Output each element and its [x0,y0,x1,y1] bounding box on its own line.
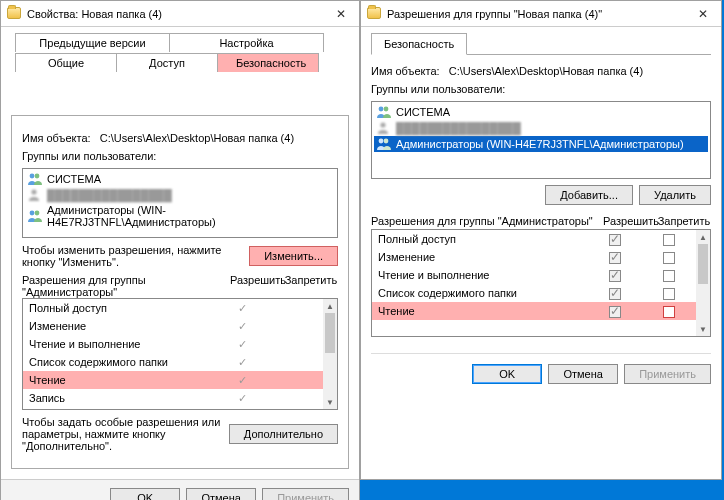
permissions-for-label: Разрешения для группы "Администраторы" [22,274,230,298]
scrollbar[interactable]: ▲ ▼ [696,230,710,336]
scrollbar[interactable]: ▲ ▼ [323,299,337,409]
deny-column-header: Запретить [284,274,338,298]
perm-row: Полный доступ✓ [23,299,323,317]
allow-checkbox[interactable] [609,252,621,264]
svg-point-4 [35,211,40,216]
tab-sharing[interactable]: Доступ [116,53,218,72]
cancel-button[interactable]: Отмена [548,364,618,384]
users-icon [27,172,43,186]
svg-point-6 [384,107,389,112]
perm-row: Чтение и выполнение [372,266,696,284]
perm-row-read: Чтение [372,302,696,320]
permissions-window: Разрешения для группы "Новая папка (4)" … [360,0,722,480]
object-path: C:\Users\Alex\Desktop\Новая папка (4) [100,132,294,144]
user-icon [27,188,43,202]
scroll-thumb[interactable] [325,313,335,353]
scroll-thumb[interactable] [698,244,708,284]
close-icon[interactable]: ✕ [323,1,359,27]
list-item-label: СИСТЕМА [47,173,101,185]
window-title: Свойства: Новая папка (4) [27,8,323,20]
cancel-button[interactable]: Отмена [186,488,256,500]
titlebar[interactable]: Разрешения для группы "Новая папка (4)" … [361,1,721,27]
deny-checkbox[interactable] [663,288,675,300]
svg-point-0 [30,174,35,179]
list-item[interactable]: ████████████████ [374,120,708,136]
tabs: Безопасность [371,33,711,55]
svg-point-1 [35,174,40,179]
remove-button[interactable]: Удалить [639,185,711,205]
list-item-label: ████████████████ [47,189,172,201]
object-name-label: Имя объекта: [22,132,91,144]
deny-checkbox[interactable] [663,306,675,318]
list-item[interactable]: ████████████████ [25,187,335,203]
close-icon[interactable]: ✕ [685,1,721,27]
scroll-up-icon[interactable]: ▲ [696,230,710,244]
users-icon [27,209,43,223]
object-name-label: Имя объекта: [371,65,440,77]
advanced-hint: Чтобы задать особые разрешения или парам… [22,416,221,452]
properties-window: Свойства: Новая папка (4) ✕ Предыдущие в… [0,0,360,500]
svg-point-3 [30,211,35,216]
advanced-button[interactable]: Дополнительно [229,424,338,444]
perm-row: Запись✓ [23,389,323,407]
tab-general[interactable]: Общие [15,53,117,72]
scroll-down-icon[interactable]: ▼ [696,322,710,336]
allow-column-header: Разрешить [230,274,284,298]
perm-row: Список содержимого папки [372,284,696,302]
list-item[interactable]: СИСТЕМА [374,104,708,120]
list-item-selected[interactable]: Администраторы (WIN-H4E7RJ3TNFL\Админист… [374,136,708,152]
allow-checkbox[interactable] [609,234,621,246]
groups-label: Группы или пользователи: [22,150,338,162]
svg-point-7 [380,122,385,127]
titlebar[interactable]: Свойства: Новая папка (4) ✕ [1,1,359,27]
tab-customize[interactable]: Настройка [169,33,324,52]
ok-button[interactable]: OK [110,488,180,500]
svg-point-9 [384,139,389,144]
scroll-up-icon[interactable]: ▲ [323,299,337,313]
list-item-label: СИСТЕМА [396,106,450,118]
folder-icon [7,7,21,21]
groups-listbox[interactable]: СИСТЕМА ████████████████ Администраторы … [22,168,338,238]
perm-row: Изменение✓ [23,317,323,335]
dialog-footer: OK Отмена Применить [1,479,359,500]
object-path: C:\Users\Alex\Desktop\Новая папка (4) [449,65,643,77]
tab-previous-versions[interactable]: Предыдущие версии [15,33,170,52]
perm-row: Список содержимого папки✓ [23,353,323,371]
groups-listbox[interactable]: СИСТЕМА ████████████████ Администраторы … [371,101,711,179]
deny-checkbox[interactable] [663,234,675,246]
permissions-list: Полный доступ✓ Изменение✓ Чтение и выпол… [22,298,338,410]
svg-point-2 [31,189,36,194]
deny-column-header: Запретить [657,215,711,227]
tab-security[interactable]: Безопасность [371,33,467,55]
svg-point-5 [379,107,384,112]
edit-button[interactable]: Изменить... [249,246,338,266]
apply-button[interactable]: Применить [624,364,711,384]
list-item-label: Администраторы (WIN-H4E7RJ3TNFL\Админист… [47,204,333,228]
ok-button[interactable]: OK [472,364,542,384]
deny-checkbox[interactable] [663,270,675,282]
deny-checkbox[interactable] [663,252,675,264]
permissions-list: Полный доступ Изменение Чтение и выполне… [371,229,711,337]
users-icon [376,105,392,119]
list-item-label: Администраторы (WIN-H4E7RJ3TNFL\Админист… [396,138,684,150]
allow-checkbox[interactable] [609,306,621,318]
edit-hint: Чтобы изменить разрешения, нажмите кнопк… [22,244,241,268]
list-item[interactable]: Администраторы (WIN-H4E7RJ3TNFL\Админист… [25,203,335,229]
tab-security[interactable]: Безопасность [217,53,319,72]
window-title: Разрешения для группы "Новая папка (4)" [387,8,685,20]
perm-row-read: Чтение✓ [23,371,323,389]
list-item[interactable]: СИСТЕМА [25,171,335,187]
add-button[interactable]: Добавить... [545,185,633,205]
users-icon [376,137,392,151]
allow-checkbox[interactable] [609,288,621,300]
svg-point-8 [379,139,384,144]
allow-column-header: Разрешить [603,215,657,227]
user-icon [376,121,392,135]
perm-row: Чтение и выполнение✓ [23,335,323,353]
allow-checkbox[interactable] [609,270,621,282]
scroll-down-icon[interactable]: ▼ [323,395,337,409]
perm-row: Полный доступ [372,230,696,248]
apply-button[interactable]: Применить [262,488,349,500]
perm-row: Изменение [372,248,696,266]
groups-label: Группы или пользователи: [371,83,711,95]
